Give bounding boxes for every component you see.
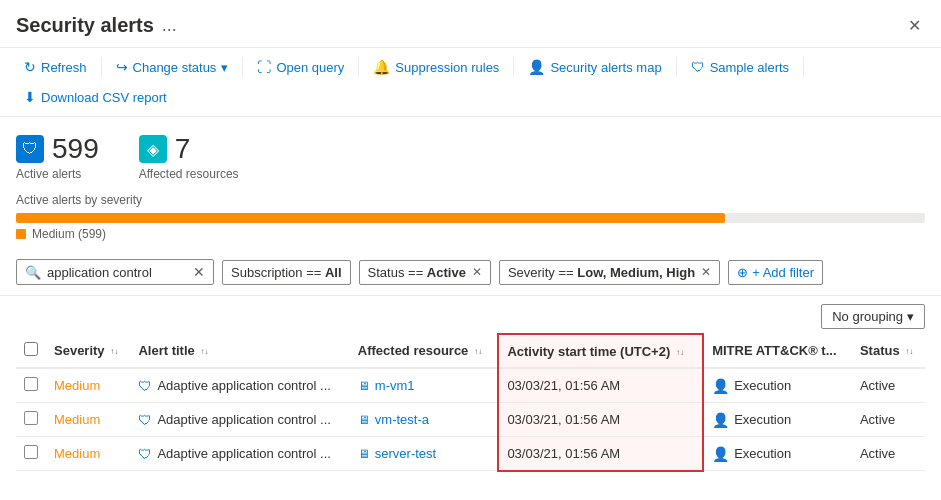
- defender-icon-1: 🛡: [138, 378, 152, 394]
- download-csv-button[interactable]: ⬇ Download CSV report: [16, 84, 175, 110]
- row-severity-2: Medium: [46, 403, 130, 437]
- chart-bar-container: [16, 213, 925, 223]
- subscription-filter-chip[interactable]: Subscription == All: [222, 260, 351, 285]
- severity-filter-close[interactable]: ✕: [701, 265, 711, 279]
- sample-alerts-button[interactable]: 🛡 Sample alerts: [683, 54, 797, 80]
- row-start-time-1: 03/03/21, 01:56 AM: [498, 368, 703, 403]
- start-time-value-1: 03/03/21, 01:56 AM: [507, 378, 620, 393]
- select-all-checkbox[interactable]: [24, 342, 38, 356]
- toolbar-separator-3: [358, 57, 359, 77]
- affected-resources-icon-row: ◈ 7: [139, 133, 239, 165]
- status-value-1: Active: [860, 378, 895, 393]
- affected-resource-sort-icon[interactable]: ↑↓: [474, 347, 482, 356]
- row-resource-1: 🖥 m-vm1: [350, 368, 499, 403]
- active-alerts-stat: 🛡 599 Active alerts: [16, 133, 99, 181]
- grouping-button[interactable]: No grouping ▾: [821, 304, 925, 329]
- add-filter-icon: ⊕: [737, 265, 748, 280]
- suppression-label: Suppression rules: [395, 60, 499, 75]
- grouping-dropdown-icon: ▾: [907, 309, 914, 324]
- refresh-button[interactable]: ↻ Refresh: [16, 54, 95, 80]
- mitre-value-3: Execution: [734, 446, 791, 461]
- defender-icon-3: 🛡: [138, 446, 152, 462]
- change-status-label: Change status: [133, 60, 217, 75]
- th-severity: Severity ↑↓: [46, 334, 130, 368]
- row-alert-title-2: 🛡 Adaptive application control ...: [130, 403, 349, 437]
- pc-icon-3: 🖥: [358, 447, 370, 461]
- download-label: Download CSV report: [41, 90, 167, 105]
- subscription-filter-label: Subscription == All: [231, 265, 342, 280]
- th-mitre-attack: MITRE ATT&CK® t...: [703, 334, 852, 368]
- grouping-label: No grouping: [832, 309, 903, 324]
- severity-chart: Active alerts by severity Medium (599): [16, 193, 925, 241]
- resource-link-2[interactable]: vm-test-a: [375, 412, 429, 427]
- suppression-rules-button[interactable]: 🔔 Suppression rules: [365, 54, 507, 80]
- row-start-time-3: 03/03/21, 01:56 AM: [498, 437, 703, 471]
- table-row[interactable]: Medium 🛡 Adaptive application control ..…: [16, 368, 925, 403]
- toolbar-separator-4: [513, 57, 514, 77]
- pc-icon-2: 🖥: [358, 413, 370, 427]
- map-icon: 👤: [528, 59, 545, 75]
- row-severity-3: Medium: [46, 437, 130, 471]
- row-checkbox-3[interactable]: [24, 445, 38, 459]
- download-icon: ⬇: [24, 89, 36, 105]
- resource-cell-2: 🖥 vm-test-a: [358, 412, 490, 427]
- header-left: Security alerts ...: [16, 14, 177, 37]
- security-alerts-map-button[interactable]: 👤 Security alerts map: [520, 54, 669, 80]
- pc-icon-1: 🖥: [358, 379, 370, 393]
- open-query-button[interactable]: ⛶ Open query: [249, 54, 352, 80]
- th-activity-start-time: Activity start time (UTC+2) ↑↓: [498, 334, 703, 368]
- status-filter-label: Status == Active: [368, 265, 466, 280]
- th-severity-label: Severity: [54, 343, 105, 358]
- search-box[interactable]: 🔍 ✕: [16, 259, 214, 285]
- search-input[interactable]: [47, 265, 187, 280]
- map-label: Security alerts map: [550, 60, 661, 75]
- alert-title-cell-1: 🛡 Adaptive application control ...: [138, 378, 341, 394]
- th-status-label: Status: [860, 343, 900, 358]
- mitre-cell-1: 👤 Execution: [712, 378, 844, 394]
- add-filter-button[interactable]: ⊕ + Add filter: [728, 260, 823, 285]
- resource-link-1[interactable]: m-vm1: [375, 378, 415, 393]
- toolbar-separator-6: [803, 57, 804, 77]
- alert-title-value-2: Adaptive application control ...: [157, 412, 330, 427]
- mitre-icon-1: 👤: [712, 378, 729, 394]
- severity-value-2: Medium: [54, 412, 100, 427]
- row-checkbox-2[interactable]: [24, 411, 38, 425]
- sample-icon: 🛡: [691, 59, 705, 75]
- row-checkbox-1[interactable]: [24, 377, 38, 391]
- row-mitre-1: 👤 Execution: [703, 368, 852, 403]
- refresh-label: Refresh: [41, 60, 87, 75]
- status-sort-icon[interactable]: ↑↓: [905, 347, 913, 356]
- row-checkbox-cell-3: [16, 437, 46, 471]
- severity-filter-chip[interactable]: Severity == Low, Medium, High ✕: [499, 260, 720, 285]
- mitre-icon-3: 👤: [712, 446, 729, 462]
- chart-legend: Medium (599): [16, 227, 925, 241]
- change-status-icon: ↪: [116, 59, 128, 75]
- activity-time-sort-icon[interactable]: ↑↓: [676, 348, 684, 357]
- status-filter-chip[interactable]: Status == Active ✕: [359, 260, 491, 285]
- filter-bar: 🔍 ✕ Subscription == All Status == Active…: [0, 249, 941, 296]
- table-header-row: Severity ↑↓ Alert title ↑↓ Affected reso…: [16, 334, 925, 368]
- chart-title: Active alerts by severity: [16, 193, 925, 207]
- close-button[interactable]: ✕: [904, 12, 925, 39]
- th-affected-resource: Affected resource ↑↓: [350, 334, 499, 368]
- mitre-cell-3: 👤 Execution: [712, 446, 844, 462]
- mitre-icon-2: 👤: [712, 412, 729, 428]
- th-checkbox: [16, 334, 46, 368]
- header-more-options[interactable]: ...: [162, 15, 177, 36]
- search-clear-button[interactable]: ✕: [193, 264, 205, 280]
- resource-link-3[interactable]: server-test: [375, 446, 436, 461]
- row-status-2: Active: [852, 403, 925, 437]
- search-icon: 🔍: [25, 265, 41, 280]
- table-row[interactable]: Medium 🛡 Adaptive application control ..…: [16, 437, 925, 471]
- chart-bar-fill: [16, 213, 725, 223]
- status-filter-close[interactable]: ✕: [472, 265, 482, 279]
- medium-legend-label: Medium (599): [32, 227, 106, 241]
- severity-sort-icon[interactable]: ↑↓: [110, 347, 118, 356]
- alert-title-sort-icon[interactable]: ↑↓: [200, 347, 208, 356]
- change-status-button[interactable]: ↪ Change status ▾: [108, 54, 237, 80]
- row-severity-1: Medium: [46, 368, 130, 403]
- alerts-table: Severity ↑↓ Alert title ↑↓ Affected reso…: [16, 333, 925, 472]
- change-status-dropdown-icon: ▾: [221, 60, 228, 75]
- severity-value-1: Medium: [54, 378, 100, 393]
- table-row[interactable]: Medium 🛡 Adaptive application control ..…: [16, 403, 925, 437]
